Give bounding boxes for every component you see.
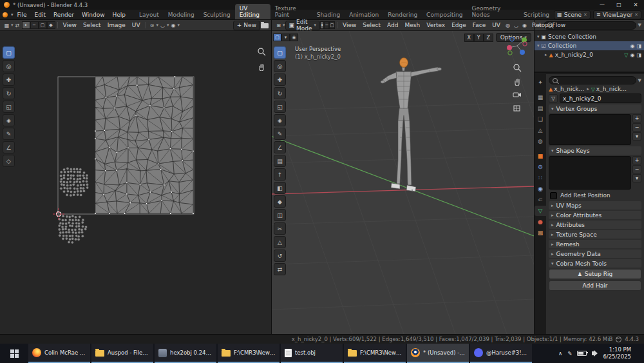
tab-layout[interactable]: Layout <box>135 10 164 19</box>
outliner-row-scene-collection[interactable]: ▾ ▣ Scene Collection <box>535 32 644 41</box>
vertex-group-specials-button[interactable]: ▾ <box>632 132 641 141</box>
panel-geometry-data[interactable]: ▸ Geometry Data <box>549 250 641 258</box>
retopoflow-menu[interactable]: RetopoFlow <box>529 22 569 28</box>
add-rest-position-checkbox[interactable] <box>550 192 557 199</box>
panel-shape-keys[interactable]: ▾ Shape Keys <box>549 146 641 155</box>
pen-icon[interactable]: ✎ <box>567 350 572 357</box>
mirror-z-toggle[interactable]: Z <box>484 34 493 42</box>
panel-color-attributes[interactable]: ▸ Color Attributes <box>549 211 641 219</box>
expand-icon[interactable]: ▾ <box>537 34 540 39</box>
uv-sync-selection-toggle[interactable]: ⇄ <box>14 21 22 30</box>
uv-menu-uv[interactable]: UV <box>129 22 144 28</box>
vp-zoom-icon[interactable] <box>513 63 522 72</box>
minimize-button[interactable]: — <box>594 0 611 10</box>
uv-zoom-icon[interactable] <box>256 46 266 56</box>
uv-select-mode-edge[interactable]: − <box>30 21 39 29</box>
panel-cobra-mesh-tools[interactable]: ▾ Cobra Mesh Tools <box>549 259 641 268</box>
transform-tool[interactable]: ◈ <box>3 114 15 126</box>
properties-filter-icon[interactable]: ▼ <box>638 78 641 83</box>
tab-output[interactable]: ▤ <box>535 103 546 113</box>
tab-view-layer[interactable]: ❏ <box>535 114 546 124</box>
tab-modeling[interactable]: Modeling <box>164 10 199 19</box>
remove-shape-key-button[interactable]: − <box>632 165 641 173</box>
add-hair-button[interactable]: Add Hair <box>549 280 641 291</box>
annotate-tool[interactable]: ✎ <box>3 128 15 140</box>
outliner-row-object[interactable]: ▸ ▲ x_h_nicky2_0 ▽ ◉ ◨ <box>535 50 644 59</box>
vertex-groups-list[interactable] <box>549 114 631 145</box>
rotate-tool[interactable]: ↻ <box>274 87 286 99</box>
select-box-tool[interactable]: ▢ <box>3 46 15 59</box>
uv-menu-image[interactable]: Image <box>104 22 129 28</box>
battery-icon[interactable] <box>577 351 587 356</box>
proportional-editing-toggle[interactable]: ◉ <box>520 21 529 30</box>
tab-physics[interactable]: ◉ <box>535 184 546 194</box>
tab-rendering[interactable]: Rendering <box>383 10 422 19</box>
snap-magnet-toggle[interactable]: ◡ <box>512 21 520 30</box>
tab-scene[interactable]: ◬ <box>535 125 546 135</box>
tab-uv-editing[interactable]: UV Editing <box>235 4 270 19</box>
edge-slide-tool[interactable]: ⇄ <box>274 263 286 275</box>
scene-selector[interactable]: ▦ Scene ✕ <box>554 10 591 19</box>
uv-select-mode-face[interactable]: ▢ <box>39 21 47 29</box>
select-mode-face[interactable]: ▢ <box>329 21 335 29</box>
annotate-tool[interactable]: ✎ <box>274 128 286 140</box>
menu-file[interactable]: File <box>14 12 31 18</box>
taskbar-item-discord[interactable]: @Haruse#3! - Dis <box>470 344 532 363</box>
mirror-y-toggle[interactable]: Y <box>474 34 484 42</box>
start-button[interactable] <box>0 344 28 363</box>
scale-tool[interactable]: ◱ <box>3 101 15 113</box>
taskbar-item-hex2obj[interactable]: hex2obj 0.24c - Fil <box>155 344 216 363</box>
taskbar-item-firefox[interactable]: Colin McRae Rally <box>28 344 90 363</box>
camera-visibility-icon[interactable]: ◨ <box>636 52 641 58</box>
tab-texture[interactable]: ▩ <box>535 228 546 238</box>
move-tool[interactable]: ✚ <box>274 74 286 86</box>
data-name-field[interactable]: x_h_nicky2_0 <box>560 93 641 103</box>
navigation-gizmo[interactable] <box>504 33 530 59</box>
new-image-button[interactable]: + New <box>233 21 260 30</box>
cursor-tool[interactable]: ◎ <box>274 60 286 72</box>
panel-remesh[interactable]: ▸ Remesh <box>549 240 641 248</box>
breadcrumb-object[interactable]: ▲ x_h_nicky2_0 <box>549 86 585 92</box>
taskbar-clock[interactable]: 1:10 PM 6/25/2025 <box>603 346 631 360</box>
tab-constraints[interactable]: ⊂ <box>535 195 546 205</box>
maximize-button[interactable]: □ <box>611 0 627 10</box>
snapping-dropdown[interactable]: ◡ <box>158 21 167 30</box>
uv-canvas[interactable] <box>0 31 271 334</box>
eye-icon[interactable]: ◉ <box>630 43 634 49</box>
vp-menu-view[interactable]: View <box>339 22 359 28</box>
bevel-tool[interactable]: ◆ <box>274 195 286 208</box>
uv-pan-icon[interactable] <box>256 61 266 71</box>
vp-perspective-toggle-icon[interactable] <box>513 103 522 113</box>
expand-icon[interactable]: ▸ <box>545 52 547 57</box>
add-vertex-group-button[interactable]: + <box>632 114 641 123</box>
pivot-point-dropdown[interactable]: ⊙ <box>148 21 156 30</box>
vp-menu-face[interactable]: Face <box>469 22 489 28</box>
vp-menu-mesh[interactable]: Mesh <box>402 22 424 28</box>
menu-help[interactable]: Help <box>109 12 130 18</box>
add-shape-key-button[interactable]: + <box>632 156 641 164</box>
select-box-tool[interactable]: ▢ <box>274 46 286 59</box>
spin-tool[interactable]: ↺ <box>274 250 286 262</box>
uv-menu-select[interactable]: Select <box>80 22 104 28</box>
measure-tool[interactable]: ∠ <box>274 141 286 153</box>
shape-keys-list[interactable] <box>549 156 631 190</box>
tab-animation[interactable]: Animation <box>345 10 383 19</box>
move-tool[interactable]: ✚ <box>3 74 15 86</box>
transform-tool[interactable]: ◈ <box>274 114 286 126</box>
viewlayer-remove-icon[interactable]: ✕ <box>634 12 638 17</box>
taskbar-item-explorer-3[interactable]: F:\CMR3\New fold <box>344 344 406 363</box>
mirror-x-toggle[interactable]: X <box>464 34 474 42</box>
grab-tool[interactable]: ◇ <box>3 155 15 167</box>
tool-option-1-icon[interactable]: ▾ <box>281 34 290 41</box>
poly-build-tool[interactable]: △ <box>274 236 286 248</box>
menu-edit[interactable]: Edit <box>31 12 50 18</box>
tab-scripting[interactable]: Scripting <box>519 10 554 19</box>
transform-orientation-dropdown[interactable]: ◍ <box>504 21 512 30</box>
add-rest-position-row[interactable]: Add Rest Position <box>549 191 641 200</box>
tab-compositing[interactable]: Compositing <box>422 10 467 19</box>
blender-menu-icon[interactable] <box>3 12 8 17</box>
active-tool-icon[interactable]: ▢ <box>273 34 281 41</box>
filter-icon[interactable]: ▼ <box>638 23 641 28</box>
volume-icon[interactable] <box>592 351 594 355</box>
uv-select-mode-vertex[interactable]: ∙ <box>22 21 30 29</box>
